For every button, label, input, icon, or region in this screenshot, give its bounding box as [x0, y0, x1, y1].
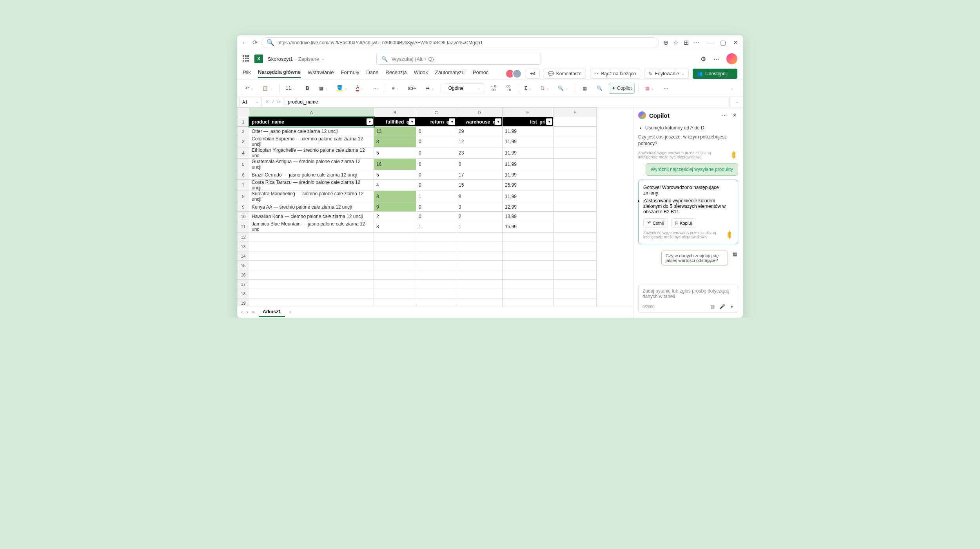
address-bar[interactable]: 🔍 https://onedrive.live.com/:w:/t/EaCKkP…	[261, 37, 659, 48]
number-format[interactable]: Ogólne⌄	[445, 83, 484, 93]
sort-filter-button[interactable]: ⇅⌄	[538, 83, 552, 94]
suggestion-chip[interactable]: Czy w danych znajdują się jakieś wartośc…	[661, 251, 728, 265]
cell[interactable]: 2	[456, 212, 503, 221]
bold-button[interactable]: B	[302, 83, 313, 94]
cell[interactable]	[554, 233, 597, 242]
tab-home[interactable]: Narzędzia główne	[258, 69, 301, 78]
merge-button[interactable]: ⬌⌄	[423, 83, 437, 94]
cell[interactable]	[249, 298, 374, 306]
cell[interactable]: Kenya AA — średnio palone całe ziarna 12…	[249, 202, 374, 212]
cell[interactable]	[554, 202, 597, 212]
cell[interactable]	[456, 242, 503, 251]
cell[interactable]	[456, 289, 503, 298]
undo-action-button[interactable]: ↶ Cofnij	[643, 218, 668, 227]
app-launcher-icon[interactable]	[243, 55, 250, 62]
row-header[interactable]: 11	[238, 221, 249, 233]
cell[interactable]: 3	[456, 202, 503, 212]
cell[interactable]: Otter — jasno palone całe ziarna 12 uncj…	[249, 127, 374, 136]
paste-button[interactable]: 📋⌄	[260, 83, 275, 94]
cell[interactable]: 5	[374, 170, 416, 180]
collections-icon[interactable]: ⊞	[682, 39, 690, 46]
cell[interactable]: 0	[416, 202, 456, 212]
avatar[interactable]	[726, 53, 737, 64]
cell[interactable]	[554, 242, 597, 251]
table-header[interactable]: product_name▾	[249, 117, 374, 127]
tab-insert[interactable]: Wstawianie	[308, 69, 334, 78]
row-header[interactable]: 8	[238, 191, 249, 202]
copilot-more-icon[interactable]: ⋯	[721, 112, 728, 119]
copy-action-button[interactable]: ⎘ Kopiuj	[671, 218, 696, 227]
cell[interactable]: 0	[416, 212, 456, 221]
cell[interactable]	[416, 261, 456, 270]
row-header[interactable]: 7	[238, 180, 249, 191]
row-header[interactable]: 17	[238, 280, 249, 289]
tab-view[interactable]: Widok	[414, 69, 428, 78]
name-box[interactable]: A1⌄	[240, 98, 261, 106]
thumbs-up-icon[interactable]: 👍	[727, 231, 731, 235]
tab-automate[interactable]: Zautomatyzuj	[435, 69, 466, 78]
cell[interactable]	[503, 270, 554, 280]
cell[interactable]	[554, 261, 597, 270]
find-button[interactable]: 🔍⌄	[555, 83, 571, 94]
cell[interactable]	[554, 136, 597, 147]
cell[interactable]	[249, 270, 374, 280]
cell[interactable]	[456, 251, 503, 261]
cell[interactable]: 16	[374, 159, 416, 170]
formula-expand[interactable]: ⌄	[732, 96, 743, 107]
cell[interactable]: Brazil Cerrado — jasno palone całe ziarn…	[249, 170, 374, 180]
favorite-icon[interactable]: ⊕	[662, 39, 669, 46]
tab-data[interactable]: Dane	[366, 69, 378, 78]
cell[interactable]: 23	[456, 147, 503, 159]
cell[interactable]: 11,99	[503, 191, 554, 202]
favorites-icon[interactable]: ☆	[672, 39, 679, 46]
cell[interactable]	[249, 233, 374, 242]
cell[interactable]: Ethiopian Yirgacheffe — średnio palone c…	[249, 147, 374, 159]
cell[interactable]	[416, 280, 456, 289]
cell[interactable]	[456, 298, 503, 306]
cell[interactable]: 11,99	[503, 127, 554, 136]
cell[interactable]: Guatemala Antigua — średnio palone całe …	[249, 159, 374, 170]
tab-help[interactable]: Pomoc	[473, 69, 488, 78]
borders-button[interactable]: ▦⌄	[317, 83, 330, 94]
addins-button[interactable]: ▦	[579, 83, 590, 94]
cell[interactable]	[503, 242, 554, 251]
settings-icon[interactable]: ⚙	[700, 55, 707, 62]
minimize-icon[interactable]: —	[707, 39, 714, 46]
row-header[interactable]: 6	[238, 170, 249, 180]
cell[interactable]	[374, 261, 416, 270]
filter-icon[interactable]: ▾	[449, 118, 455, 125]
cell[interactable]: 2	[374, 212, 416, 221]
cell[interactable]	[554, 289, 597, 298]
increase-decimal[interactable]: .00→0	[503, 83, 514, 94]
cell[interactable]: 5	[374, 147, 416, 159]
cell[interactable]: 25,99	[503, 180, 554, 191]
cell[interactable]	[249, 242, 374, 251]
more-toolbar-button[interactable]: ⋯	[661, 83, 671, 94]
cell[interactable]: 15,99	[503, 221, 554, 233]
suggestion-grid-icon[interactable]: ▦	[731, 251, 738, 258]
tab-plik[interactable]: Plik	[243, 69, 251, 78]
row-header[interactable]: 4	[238, 147, 249, 159]
cell[interactable]	[374, 298, 416, 306]
cell[interactable]	[554, 270, 597, 280]
cell[interactable]: 17	[456, 170, 503, 180]
thumbs-down-icon[interactable]: 👎	[731, 155, 736, 159]
cell[interactable]: 8	[456, 191, 503, 202]
catchup-button[interactable]: 〰 Bądź na bieżąco	[590, 69, 641, 79]
cell[interactable]	[554, 280, 597, 289]
col-header-d[interactable]: D	[456, 108, 503, 117]
row-header[interactable]: 13	[238, 242, 249, 251]
row-header[interactable]: 9	[238, 202, 249, 212]
table-header[interactable]: warehouse_qty▾	[456, 117, 503, 127]
cell[interactable]	[374, 280, 416, 289]
formula-input[interactable]: product_name	[285, 98, 730, 106]
fill-color-button[interactable]: 🪣⌄	[334, 83, 350, 94]
cell[interactable]: 0	[416, 127, 456, 136]
editing-button[interactable]: ✎ Edytowanie ⌄	[644, 69, 689, 79]
thumbs-down-icon[interactable]: 👎	[727, 235, 731, 239]
cell[interactable]	[416, 251, 456, 261]
presence-avatars[interactable]	[508, 69, 522, 78]
grid[interactable]: A B C D E F 1 product_name▾ fullfilled_q…	[237, 107, 597, 306]
cell[interactable]	[503, 261, 554, 270]
cell[interactable]	[503, 280, 554, 289]
